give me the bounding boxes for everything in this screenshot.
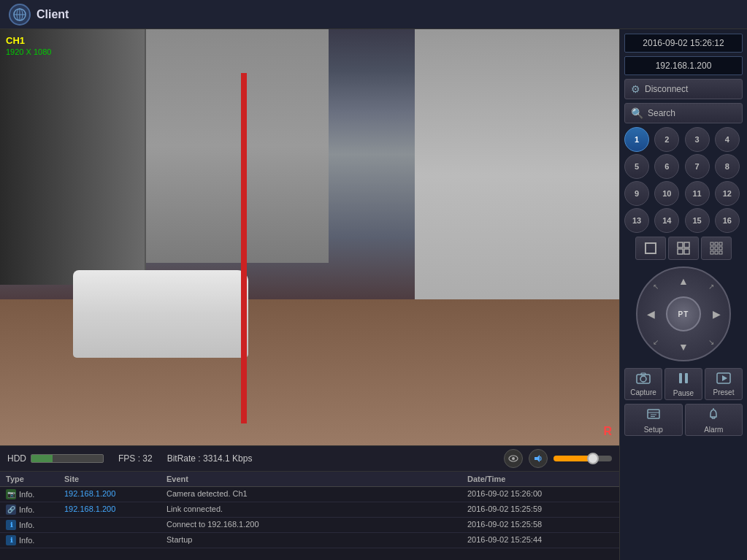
ptz-bottomright-button[interactable]: ↘ bbox=[702, 332, 721, 351]
svg-rect-16 bbox=[715, 247, 718, 250]
status-bar: HDD FPS : 32 BitRate : 3314.1 Kbps bbox=[0, 445, 619, 471]
ptz-left-button[interactable]: ◀ bbox=[641, 304, 660, 323]
logo-icon bbox=[9, 4, 31, 26]
svg-point-22 bbox=[640, 376, 646, 382]
log-type-0: 📷 Info. bbox=[6, 489, 64, 499]
svg-marker-27 bbox=[722, 375, 727, 381]
svg-rect-19 bbox=[715, 251, 718, 254]
svg-rect-18 bbox=[710, 251, 713, 254]
disconnect-icon: ⚙ bbox=[631, 83, 640, 95]
view-3x3-button[interactable] bbox=[701, 237, 732, 260]
hdd-section: HDD bbox=[7, 453, 104, 464]
volume-slider[interactable] bbox=[553, 456, 612, 461]
setup-button[interactable]: Setup bbox=[624, 404, 683, 436]
log-type-2: ℹ Info. bbox=[6, 520, 64, 530]
col-type: Type bbox=[6, 475, 64, 483]
red-pole bbox=[241, 73, 247, 423]
ptz-down-button[interactable]: ▼ bbox=[674, 337, 693, 356]
log-type-1: 🔗 Info. bbox=[6, 505, 64, 515]
channel-btn-12[interactable]: 12 bbox=[715, 181, 740, 206]
channel-btn-13[interactable]: 13 bbox=[624, 208, 649, 233]
video-overlay: CH1 1920 X 1080 bbox=[6, 35, 51, 56]
view-2x2-button[interactable] bbox=[668, 237, 699, 260]
setup-alarm-row: Setup Alarm bbox=[624, 404, 743, 436]
search-button[interactable]: 🔍 Search bbox=[624, 103, 743, 123]
col-site: Site bbox=[64, 475, 166, 483]
street-scene bbox=[0, 29, 619, 445]
ptz-right-button[interactable]: ▶ bbox=[707, 304, 726, 323]
video-background bbox=[0, 29, 619, 445]
building-right bbox=[415, 29, 619, 321]
speaker-button[interactable] bbox=[529, 449, 548, 468]
svg-marker-6 bbox=[535, 455, 540, 462]
channel-btn-2[interactable]: 2 bbox=[654, 127, 679, 152]
type-icon-0: 📷 bbox=[6, 489, 16, 499]
svg-rect-9 bbox=[684, 242, 689, 248]
channel-btn-8[interactable]: 8 bbox=[715, 154, 740, 179]
alarm-button[interactable]: Alarm bbox=[685, 404, 743, 436]
type-icon-3: ℹ bbox=[6, 535, 16, 545]
channel-btn-10[interactable]: 10 bbox=[654, 181, 679, 206]
ptz-up-button[interactable]: ▲ bbox=[674, 272, 693, 291]
ptz-wheel: ▲ ▼ ◀ ▶ ↖ ↗ ↙ ↘ PT bbox=[636, 266, 731, 361]
channel-btn-14[interactable]: 14 bbox=[654, 208, 679, 233]
svg-rect-7 bbox=[646, 243, 656, 253]
rec-indicator: R bbox=[603, 425, 612, 438]
hdd-label: HDD bbox=[7, 453, 26, 464]
channel-btn-4[interactable]: 4 bbox=[715, 127, 740, 152]
channel-btn-5[interactable]: 5 bbox=[624, 154, 649, 179]
type-icon-1: 🔗 bbox=[6, 505, 16, 515]
hdd-fill bbox=[31, 455, 53, 462]
capture-button[interactable]: Capture bbox=[624, 368, 662, 400]
ptz-control: ▲ ▼ ◀ ▶ ↖ ↗ ↙ ↘ PT bbox=[624, 266, 743, 361]
col-event: Event bbox=[166, 475, 467, 483]
app-title: Client bbox=[37, 8, 69, 21]
alarm-icon bbox=[706, 407, 721, 424]
left-panel: CH1 1920 X 1080 R HDD FPS : 32 BitRate :… bbox=[0, 29, 619, 560]
channel-btn-6[interactable]: 6 bbox=[654, 154, 679, 179]
svg-rect-15 bbox=[710, 247, 713, 250]
resolution-label: 1920 X 1080 bbox=[6, 47, 51, 56]
channel-btn-1[interactable]: 1 bbox=[624, 127, 649, 152]
svg-rect-17 bbox=[719, 247, 722, 250]
svg-rect-12 bbox=[710, 242, 713, 245]
view-1x1-button[interactable] bbox=[635, 237, 666, 260]
datetime-display: 2016-09-02 15:26:12 bbox=[624, 34, 743, 53]
svg-rect-11 bbox=[684, 249, 689, 254]
channel-btn-11[interactable]: 11 bbox=[685, 181, 710, 206]
channel-btn-7[interactable]: 7 bbox=[685, 154, 710, 179]
channel-btn-15[interactable]: 15 bbox=[685, 208, 710, 233]
building-center bbox=[146, 29, 329, 263]
ptz-center-button[interactable]: PT bbox=[666, 296, 701, 331]
ptz-topright-button[interactable]: ↗ bbox=[702, 277, 721, 296]
ptz-topleft-button[interactable]: ↖ bbox=[646, 277, 665, 296]
ip-display: 192.168.1.200 bbox=[624, 56, 743, 75]
fps-label: FPS : 32 bbox=[118, 453, 153, 464]
preset-button[interactable]: Preset bbox=[705, 368, 743, 400]
setup-icon bbox=[646, 407, 661, 424]
ptz-bottomleft-button[interactable]: ↙ bbox=[646, 332, 665, 351]
channel-btn-3[interactable]: 3 bbox=[685, 127, 710, 152]
app-logo: Client bbox=[9, 4, 69, 26]
video-area: CH1 1920 X 1080 R bbox=[0, 29, 619, 445]
log-row: ℹ Info. Startup 2016-09-02 15:25:44 bbox=[0, 533, 619, 548]
pause-button[interactable]: Pause bbox=[664, 368, 702, 400]
main-layout: CH1 1920 X 1080 R HDD FPS : 32 BitRate :… bbox=[0, 29, 747, 560]
channel-btn-9[interactable]: 9 bbox=[624, 181, 649, 206]
svg-rect-14 bbox=[719, 242, 722, 245]
svg-rect-13 bbox=[715, 242, 718, 245]
action-buttons: Capture Pause Preset bbox=[624, 368, 743, 400]
right-sidebar: 2016-09-02 15:26:12 192.168.1.200 ⚙ Disc… bbox=[619, 29, 747, 560]
van bbox=[73, 270, 248, 358]
svg-rect-10 bbox=[678, 249, 683, 254]
preset-icon bbox=[716, 372, 731, 387]
svg-rect-25 bbox=[685, 373, 688, 383]
channel-btn-16[interactable]: 16 bbox=[715, 208, 740, 233]
bitrate-label: BitRate : 3314.1 Kbps bbox=[167, 453, 253, 464]
disconnect-button[interactable]: ⚙ Disconnect bbox=[624, 79, 743, 99]
eye-button[interactable] bbox=[504, 449, 523, 468]
svg-rect-20 bbox=[719, 251, 722, 254]
media-controls bbox=[504, 449, 612, 468]
log-type-3: ℹ Info. bbox=[6, 535, 64, 545]
svg-point-5 bbox=[512, 457, 515, 460]
